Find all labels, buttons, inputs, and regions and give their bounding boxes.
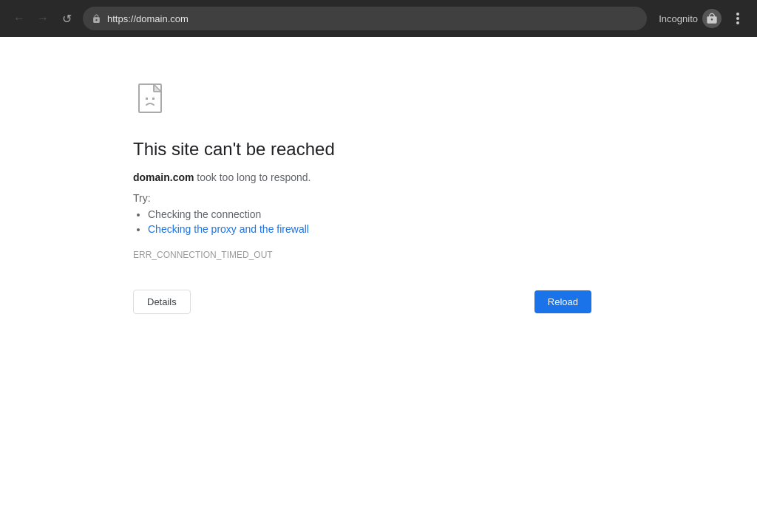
forward-button[interactable]: → (33, 8, 53, 29)
suggestion-1-text: Checking the connection (148, 208, 261, 220)
dot-1 (736, 13, 739, 16)
error-desc-text: took too long to respond. (194, 171, 310, 183)
reload-page-button[interactable]: Reload (534, 290, 591, 313)
details-button[interactable]: Details (133, 290, 191, 314)
incognito-label: Incognito (659, 13, 698, 24)
suggestions-list: Checking the connection Checking the pro… (133, 208, 713, 235)
back-button[interactable]: ← (9, 8, 30, 29)
error-site: domain.com (133, 171, 194, 183)
back-icon: ← (13, 12, 25, 25)
reload-button[interactable]: ↺ (56, 8, 77, 29)
suggestion-1: Checking the connection (148, 208, 713, 220)
error-description: domain.com took too long to respond. (133, 171, 713, 183)
try-label: Try: (133, 192, 713, 204)
error-code: ERR_CONNECTION_TIMED_OUT (133, 250, 713, 260)
address-bar[interactable]: https://domain.com (83, 7, 647, 30)
forward-icon: → (37, 12, 49, 25)
menu-button[interactable] (727, 8, 748, 29)
svg-rect-4 (152, 98, 155, 100)
incognito-area: Incognito (659, 9, 722, 28)
incognito-icon (702, 9, 722, 28)
button-row: Details Reload (133, 290, 591, 314)
error-icon (133, 81, 170, 118)
reload-icon: ↺ (62, 12, 72, 26)
suggestion-2[interactable]: Checking the proxy and the firewall (148, 223, 713, 235)
error-page: This site can't be reached domain.com to… (0, 37, 757, 532)
lock-icon (92, 14, 101, 24)
svg-rect-3 (146, 98, 148, 100)
url-text: https://domain.com (107, 13, 638, 24)
proxy-firewall-link[interactable]: Checking the proxy and the firewall (148, 223, 309, 235)
error-title: This site can't be reached (133, 139, 713, 160)
nav-buttons: ← → ↺ (9, 8, 77, 29)
browser-chrome: ← → ↺ https://domain.com Incognito (0, 0, 757, 37)
dot-2 (736, 17, 739, 20)
dot-3 (736, 21, 739, 24)
